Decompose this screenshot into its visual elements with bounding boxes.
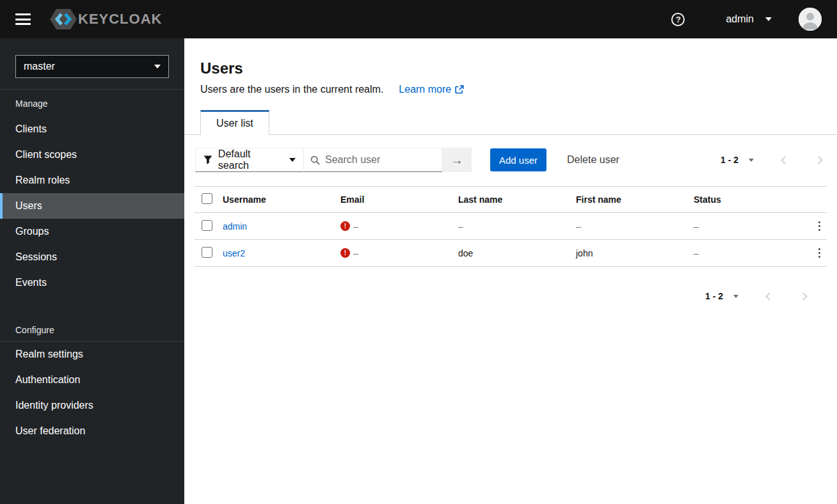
sidebar-item-user-federation[interactable]: User federation xyxy=(0,418,184,444)
learn-more-link[interactable]: Learn more xyxy=(399,84,464,95)
sidebar-item-groups[interactable]: Groups xyxy=(0,219,184,244)
pagination-bottom: 1 - 2 xyxy=(184,291,837,301)
column-last-name: Last name xyxy=(458,194,576,205)
external-link-icon xyxy=(455,85,464,94)
keycloak-logo-icon xyxy=(50,8,77,30)
masthead-right: admin xyxy=(671,8,822,31)
row-checkbox[interactable] xyxy=(202,220,212,231)
sidebar-item-realm-roles[interactable]: Realm roles xyxy=(0,168,184,193)
previous-page-icon[interactable] xyxy=(765,292,774,301)
avatar-icon xyxy=(799,8,822,31)
email-error-icon xyxy=(340,221,350,231)
column-first-name: First name xyxy=(576,194,694,205)
toolbar: Default search Add user Delete user 1 - … xyxy=(184,148,837,172)
avatar[interactable] xyxy=(799,8,822,31)
divider xyxy=(0,89,184,90)
status-value: – xyxy=(694,248,811,258)
next-page-icon[interactable] xyxy=(815,156,823,164)
chevron-down-icon xyxy=(765,17,772,21)
first-name-value: john xyxy=(576,248,694,258)
chevron-down-icon xyxy=(154,65,161,68)
nav-list-manage: Clients Client scopes Realm roles Users … xyxy=(0,116,184,295)
main-content: Users Users are the users in the current… xyxy=(184,38,837,504)
sidebar-item-clients[interactable]: Clients xyxy=(0,116,184,142)
pagination-menu-caret-icon[interactable] xyxy=(733,295,738,298)
username-link[interactable]: user2 xyxy=(223,248,245,258)
previous-page-icon[interactable] xyxy=(781,156,789,164)
user-menu-name: admin xyxy=(726,13,754,25)
sidebar-item-events[interactable]: Events xyxy=(0,270,184,295)
search-box xyxy=(304,148,442,172)
email-value: – xyxy=(353,248,358,258)
sidebar-item-sessions[interactable]: Sessions xyxy=(0,244,184,270)
status-value: – xyxy=(694,221,811,232)
email-error-icon xyxy=(340,248,350,258)
row-actions-kebab-icon[interactable] xyxy=(816,246,824,261)
user-menu[interactable]: admin xyxy=(726,13,772,25)
column-status: Status xyxy=(694,194,811,205)
keycloak-logo: KEYCLOAK xyxy=(50,8,162,30)
row-checkbox[interactable] xyxy=(202,247,212,258)
pagination-top: 1 - 2 xyxy=(721,155,822,165)
table-row: user2 – doe john – xyxy=(195,240,827,267)
masthead: KEYCLOAK admin xyxy=(0,0,837,38)
nav-list-configure: Realm settings Authentication Identity p… xyxy=(0,342,184,444)
brand-text: KEYCLOAK xyxy=(78,11,162,28)
nav-toggle-icon[interactable] xyxy=(15,13,31,25)
next-page-icon[interactable] xyxy=(799,292,808,301)
last-name-value: – xyxy=(458,221,576,232)
username-link[interactable]: admin xyxy=(223,221,247,232)
select-all-checkbox[interactable] xyxy=(202,193,212,204)
search-type-label: Default search xyxy=(218,148,283,171)
chevron-down-icon xyxy=(289,158,296,162)
realm-selector[interactable]: master xyxy=(15,55,169,78)
sidebar: master Manage Clients Client scopes Real… xyxy=(0,38,184,504)
search-submit-button[interactable] xyxy=(442,148,472,172)
row-actions-kebab-icon[interactable] xyxy=(816,219,824,234)
last-name-value: doe xyxy=(458,248,576,258)
table-row: admin – – – – xyxy=(195,213,827,240)
sidebar-item-client-scopes[interactable]: Client scopes xyxy=(0,142,184,168)
pagination-range: 1 - 2 xyxy=(721,155,738,165)
first-name-value: – xyxy=(576,221,694,232)
sidebar-item-authentication[interactable]: Authentication xyxy=(0,367,184,393)
column-email: Email xyxy=(340,194,458,205)
email-value: – xyxy=(353,221,358,232)
learn-more-label: Learn more xyxy=(399,84,451,95)
help-icon[interactable] xyxy=(671,13,685,26)
realm-name: master xyxy=(24,61,55,72)
table-header-row: Username Email Last name First name Stat… xyxy=(195,186,827,213)
page-header: Users Users are the users in the current… xyxy=(184,38,837,95)
nav-section-manage: Manage xyxy=(0,97,184,110)
tab-user-list[interactable]: User list xyxy=(200,110,269,135)
filter-icon xyxy=(203,155,212,164)
users-table: Username Email Last name First name Stat… xyxy=(195,186,827,267)
page-subtitle: Users are the users in the current realm… xyxy=(200,84,383,95)
sidebar-item-users[interactable]: Users xyxy=(0,193,184,219)
page-title: Users xyxy=(200,59,822,77)
column-username: Username xyxy=(223,194,340,205)
sidebar-item-identity-providers[interactable]: Identity providers xyxy=(0,393,184,418)
search-input[interactable] xyxy=(325,154,435,166)
pagination-range: 1 - 2 xyxy=(705,291,723,301)
delete-user-button[interactable]: Delete user xyxy=(567,154,619,166)
sidebar-item-realm-settings[interactable]: Realm settings xyxy=(0,342,184,367)
tab-bar: User list xyxy=(184,110,837,135)
search-icon xyxy=(310,155,320,166)
add-user-button[interactable]: Add user xyxy=(490,148,546,171)
pagination-menu-caret-icon[interactable] xyxy=(749,159,754,162)
nav-section-configure: Configure xyxy=(0,324,184,336)
search-type-dropdown[interactable]: Default search xyxy=(195,148,304,172)
